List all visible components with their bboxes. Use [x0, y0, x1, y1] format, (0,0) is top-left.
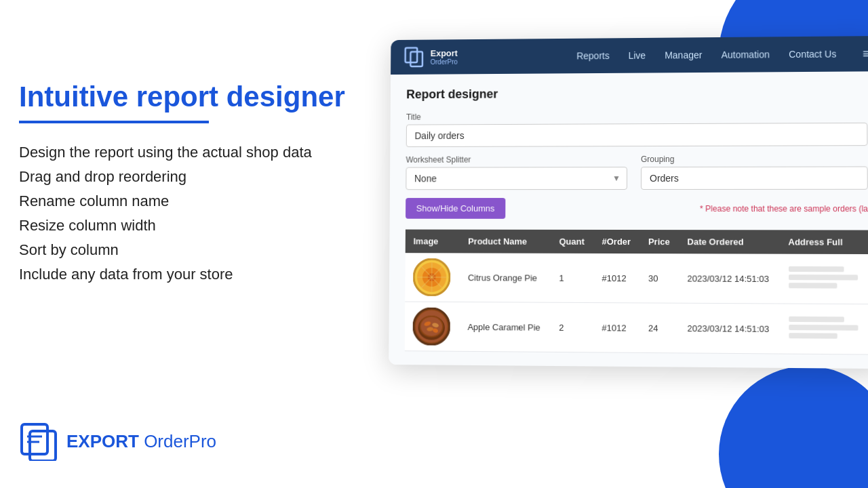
form-group-grouping: Grouping: [641, 154, 868, 190]
title-label: Title: [406, 110, 867, 122]
nav-links: Reports Live Manager Automation Contact …: [576, 47, 868, 63]
nav-live[interactable]: Live: [629, 50, 646, 61]
svg-point-19: [420, 317, 442, 336]
title-input[interactable]: [406, 123, 868, 147]
title-underline: [19, 121, 209, 123]
nav-contact[interactable]: Contact Us: [789, 49, 836, 60]
col-date-ordered: Date Ordered: [679, 230, 780, 254]
grouping-input[interactable]: [641, 166, 868, 190]
app-logo-icon: [404, 46, 425, 68]
worksheet-label: Worksheet Splitter: [406, 155, 627, 165]
col-image: Image: [406, 230, 460, 253]
cell-price-1: 30: [640, 253, 679, 303]
data-table: Image Product Name Quant #Order Price Da…: [405, 230, 868, 355]
col-product-name: Product Name: [460, 230, 551, 253]
col-price: Price: [640, 230, 679, 253]
cell-date-1: 2023/03/12 14:51:03: [679, 253, 780, 304]
cell-image-1: [405, 253, 460, 302]
feature-item: Drag and drop reordering: [19, 168, 378, 186]
worksheet-select[interactable]: None: [406, 167, 627, 190]
form-group-worksheet: Worksheet Splitter None ▼: [406, 155, 627, 190]
product-image-1: [413, 258, 450, 296]
feature-item: Sort by column: [19, 241, 378, 259]
product-image-2: [413, 308, 450, 346]
cell-qty-2: 2: [551, 302, 593, 352]
cell-date-2: 2023/03/12 14:51:03: [679, 303, 780, 354]
brand-bottom: EXPORT OrderPro: [19, 422, 216, 461]
app-logo-sub: OrderPro: [431, 58, 458, 66]
cell-image-2: [405, 302, 460, 351]
app-window: Export OrderPro Reports Live Manager Aut…: [389, 36, 868, 369]
app-logo-name: Export: [431, 48, 458, 59]
svg-rect-0: [22, 424, 47, 454]
grouping-label: Grouping: [641, 154, 868, 164]
app-nav: Export OrderPro Reports Live Manager Aut…: [391, 36, 868, 75]
sample-note: * Please note that these are sample orde…: [700, 204, 868, 214]
table-header-row: Image Product Name Quant #Order Price Da…: [406, 230, 868, 254]
menu-icon[interactable]: ≡: [863, 47, 868, 61]
form-group-title: Title: [406, 110, 868, 147]
show-hide-button[interactable]: Show/Hide Columns: [406, 198, 505, 219]
col-address-full: Address Full: [780, 230, 868, 254]
bg-circle-bottom: [719, 366, 868, 488]
feature-item: Rename column name: [19, 192, 378, 210]
table-row: Apple Caramel Pie 2 #1012 24 2023/03/12 …: [405, 302, 868, 354]
nav-reports[interactable]: Reports: [576, 50, 610, 61]
form-row-title: Title: [406, 110, 868, 147]
col-order: #Order: [594, 230, 640, 253]
brand-text: EXPORT OrderPro: [66, 431, 216, 452]
cell-product-1: Citrus Orange Pie: [460, 253, 551, 302]
form-row-ws: Worksheet Splitter None ▼ Grouping: [406, 154, 867, 190]
table-row: Citrus Orange Pie 1 #1012 30 2023/03/12 …: [405, 253, 868, 304]
feature-list: Design the report using the actual shop …: [19, 144, 378, 283]
app-content: Report designer Title Worksheet Splitter…: [389, 71, 868, 369]
cell-price-2: 24: [640, 303, 679, 353]
brand-logo-icon: [19, 422, 58, 461]
main-title: Intuitive report designer: [19, 81, 378, 113]
left-panel: Intuitive report designer Design the rep…: [19, 81, 378, 290]
feature-item: Resize column width: [19, 217, 378, 235]
cell-qty-1: 1: [551, 253, 593, 303]
nav-automation[interactable]: Automation: [722, 49, 770, 60]
cell-order-1: #1012: [593, 253, 640, 303]
worksheet-select-wrapper: None ▼: [406, 167, 627, 190]
col-quantity: Quant: [551, 230, 594, 253]
page-title: Report designer: [406, 85, 867, 102]
feature-item: Design the report using the actual shop …: [19, 144, 378, 161]
app-logo: Export OrderPro: [404, 46, 458, 68]
nav-manager[interactable]: Manager: [665, 49, 702, 60]
feature-item: Include any data from your store: [19, 266, 378, 283]
cell-address-2: [780, 304, 868, 354]
cell-product-2: Apple Caramel Pie: [460, 302, 551, 352]
cell-address-1: [780, 254, 868, 304]
cell-order-2: #1012: [593, 303, 640, 353]
